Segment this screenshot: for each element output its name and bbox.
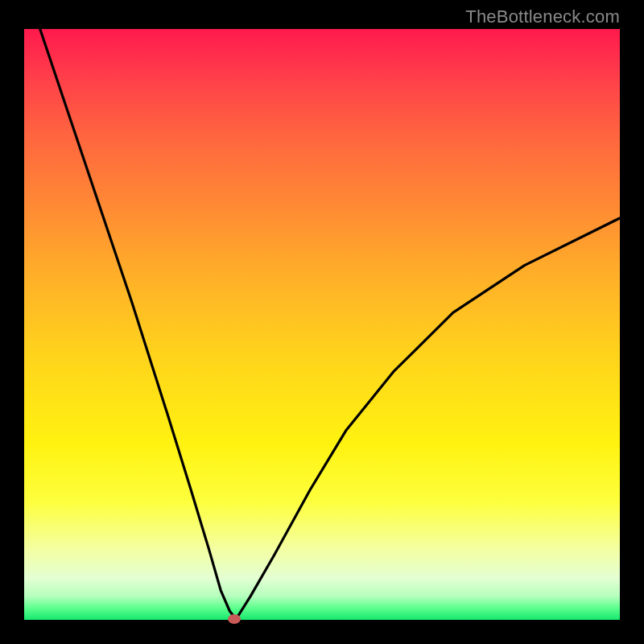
minimum-marker — [228, 614, 241, 624]
watermark-text: TheBottleneck.com — [465, 6, 620, 27]
bottleneck-curve — [24, 29, 620, 619]
curve-svg — [24, 29, 620, 620]
